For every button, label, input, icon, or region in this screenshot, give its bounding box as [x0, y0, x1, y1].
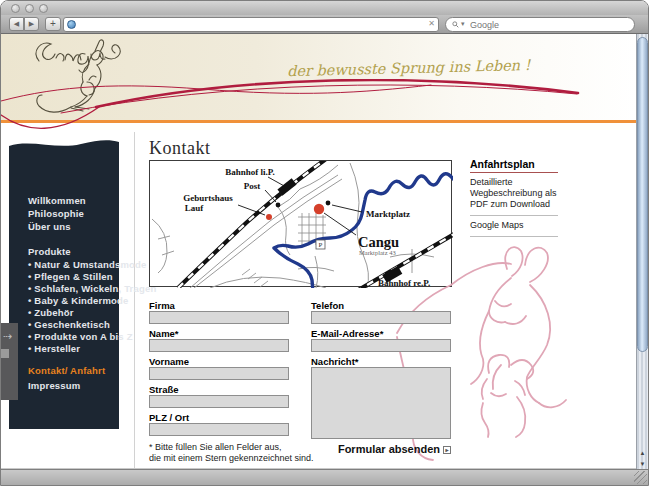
scroll-up-icon: ▲ — [640, 450, 646, 456]
marktplatz-marker — [326, 201, 331, 206]
search-icon — [452, 21, 459, 28]
telefon-label: Telefon — [311, 300, 344, 311]
minimize-button[interactable] — [25, 4, 34, 13]
search-dropdown-icon[interactable]: ▾ — [461, 20, 465, 28]
back-button[interactable]: ◀ — [9, 17, 24, 31]
scroll-up-button[interactable]: ▲ — [637, 448, 648, 459]
page-title: Kontakt — [149, 138, 211, 159]
content-separator — [134, 132, 135, 468]
sidebar-item-philosophie[interactable]: Philosophie — [28, 208, 84, 219]
river-path — [274, 174, 453, 288]
telefon-field[interactable] — [311, 311, 451, 324]
search-field[interactable]: ▾ — [445, 17, 635, 32]
sidebar-item-produkte-a-z[interactable]: • Produkte von A bis Z — [28, 331, 133, 342]
close-button[interactable] — [11, 4, 20, 13]
map-label-bahnhof-re: Bahnhof re.P. — [378, 278, 430, 288]
submit-label: Formular absenden — [338, 443, 440, 455]
new-tab-button[interactable]: + — [45, 17, 61, 31]
search-input[interactable] — [470, 19, 628, 30]
sidebar-item-natur-umstandsmode[interactable]: • Natur & Umstandsmode — [28, 259, 147, 270]
geburtshaus-marker — [266, 214, 272, 220]
sidebar-item-impressum[interactable]: Impressum — [28, 380, 81, 391]
scroll-down-icon: ▼ — [640, 461, 646, 467]
nachricht-field[interactable] — [311, 367, 451, 439]
sidebar-item-baby-kindermode[interactable]: • Baby & Kindermode — [28, 295, 129, 306]
email-field[interactable] — [311, 339, 451, 352]
cangu-marker — [314, 204, 324, 214]
sidebar-item-schlafen-wickeln-tragen[interactable]: • Schlafen, Wickeln, Tragen — [28, 283, 156, 294]
address-input[interactable] — [80, 18, 420, 31]
tab-notch — [1, 349, 9, 358]
post-marker — [276, 203, 281, 208]
aside-divider-2 — [470, 236, 558, 237]
globe-icon — [67, 20, 76, 29]
sidebar-item-geschenketisch[interactable]: • Geschenketisch — [28, 319, 110, 330]
forward-button[interactable]: ▶ — [24, 17, 39, 31]
form-note-line2: die mit einem Stern gekennzeichnet sind. — [149, 453, 314, 463]
sidebar-item-hersteller[interactable]: • Hersteller — [28, 343, 80, 354]
zoom-button[interactable] — [39, 4, 48, 13]
map-label-geburtshaus: Geburtshaus — [183, 193, 233, 203]
clear-icon[interactable]: ✕ — [428, 19, 435, 28]
status-bar — [1, 469, 648, 485]
map-label-marktplatz: Marktplatz — [366, 209, 410, 219]
vorname-field[interactable] — [149, 367, 289, 380]
back-icon: ◀ — [14, 20, 19, 27]
forward-icon: ▶ — [29, 20, 34, 27]
name-field[interactable] — [149, 339, 289, 352]
plz-ort-label: PLZ / Ort — [149, 412, 189, 423]
sidebar-item-ueber-uns[interactable]: Über uns — [28, 221, 71, 232]
anfahrtsplan-panel: Anfahrtsplan Detaillierte Wegbeschreibun… — [470, 158, 558, 237]
plus-icon: + — [50, 18, 56, 29]
sidebar-item-zubehoer[interactable]: • Zubehör — [28, 307, 74, 318]
sidebar-item-kontakt-anfahrt[interactable]: Kontakt/ Anfahrt — [28, 365, 105, 376]
form-note-line1: * Bitte füllen Sie allen Felder aus, — [149, 442, 282, 452]
map-label-bahnhof-li: Bahnhof li.P. — [225, 167, 274, 177]
email-label: E-Mail-Adresse* — [311, 328, 383, 339]
scrollbar-thumb[interactable] — [637, 37, 648, 352]
map-label-lauf: Lauf — [185, 203, 205, 213]
name-label: Name* — [149, 328, 179, 339]
svg-text:P: P — [319, 241, 323, 249]
page-viewport: der bewusste Sprung ins Leben ! Willkomm… — [1, 34, 638, 471]
nachricht-label: Nachricht* — [311, 356, 359, 367]
title-bar — [1, 1, 648, 15]
firma-field[interactable] — [149, 311, 289, 324]
anfahrtsplan-title: Anfahrtsplan — [470, 158, 558, 170]
sidebar-item-pflegen-stillen[interactable]: • Pflegen & Stillen — [28, 271, 113, 282]
sidebar-nav: Willkommen Philosophie Über uns Produkte… — [9, 137, 119, 427]
strasse-label: Straße — [149, 384, 179, 395]
location-map: P Bahnhof li.P. Post Geburtshaus Lauf Ma… — [149, 160, 452, 287]
browser-toolbar: ◀ ▶ + ✕ ▾ — [1, 15, 648, 34]
parking-icon: P — [316, 240, 325, 249]
map-label-post: Post — [244, 181, 261, 191]
strasse-field[interactable] — [149, 395, 289, 408]
resize-grip-icon[interactable] — [634, 471, 647, 484]
sidebar-item-willkommen[interactable]: Willkommen — [28, 195, 86, 206]
google-maps-link[interactable]: Google Maps — [470, 216, 558, 236]
firma-label: Firma — [149, 300, 175, 311]
plz-ort-field[interactable] — [149, 423, 289, 436]
submit-arrow-icon: ▸ — [443, 446, 451, 454]
map-label-cangu: Cangu — [358, 234, 399, 250]
pdf-download-link[interactable]: Detaillierte Wegbeschreibung als PDF zum… — [470, 173, 558, 215]
browser-window: ◀ ▶ + ✕ ▾ — [0, 0, 649, 486]
address-bar[interactable]: ✕ — [63, 17, 439, 32]
sidebar-item-produkte[interactable]: Produkte — [28, 246, 71, 257]
vorname-label: Vorname — [149, 356, 189, 367]
map-label-cangu-address: Marktplatz 43 — [359, 249, 396, 256]
cangu-logo-icon[interactable] — [25, 37, 140, 119]
header-divider-line — [1, 120, 638, 123]
submit-button[interactable]: Formular absenden▸ — [311, 443, 451, 455]
vertical-scrollbar: ▲ ▼ — [636, 34, 648, 471]
